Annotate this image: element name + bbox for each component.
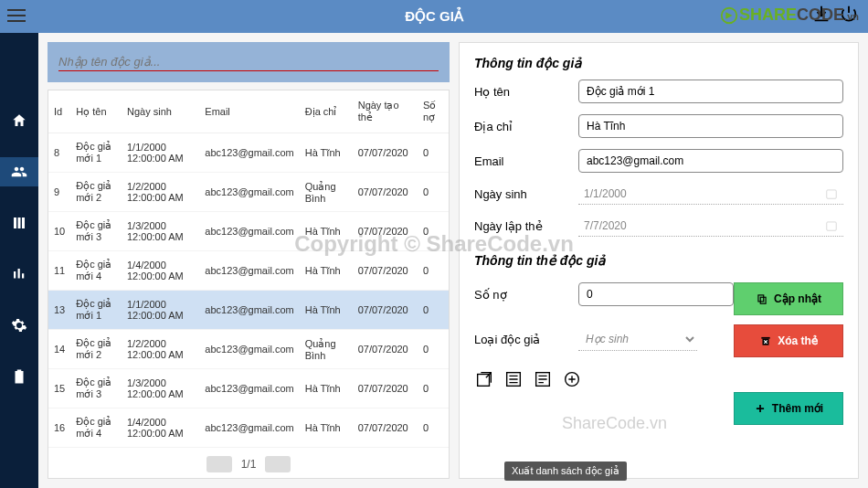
table-row[interactable]: 10Độc giả mới 31/3/2000 12:00:00 AMabc12… <box>48 212 449 251</box>
plus-icon <box>754 402 767 415</box>
svg-rect-2 <box>827 222 837 230</box>
table-row[interactable]: 16Độc giả mới 41/4/2000 12:00:00 AMabc12… <box>48 408 449 448</box>
export-tooltip: Xuất danh sách độc giả <box>504 461 627 481</box>
export-icon-4[interactable] <box>562 369 582 389</box>
export-icon-3[interactable] <box>533 369 553 389</box>
topbar: ĐỘC GIẢ <box>0 0 868 33</box>
svg-rect-1 <box>827 190 837 198</box>
type-select[interactable]: Học sinh <box>578 328 697 351</box>
download-icon[interactable] <box>811 4 831 24</box>
delete-icon <box>759 334 772 347</box>
card-info-title: Thông tin thẻ độc giả <box>474 253 843 268</box>
dob-datepicker[interactable]: 1/1/2000 <box>578 184 843 205</box>
search-input[interactable] <box>58 53 439 71</box>
table-row[interactable]: 13Độc giả mới 11/1/2000 12:00:00 AMabc12… <box>48 291 449 330</box>
svg-rect-7 <box>758 295 764 302</box>
table-row[interactable]: 9Độc giả mới 21/2/2000 12:00:00 AMabc123… <box>48 173 449 212</box>
card-label: Ngày lập thẻ <box>474 219 566 233</box>
right-panel: Thông tin độc giả Họ tên Địa chỉ Email N… <box>459 42 859 479</box>
table-header[interactable]: Id <box>48 90 70 133</box>
card-value: 7/7/2020 <box>584 219 627 232</box>
reader-info-title: Thông tin độc giả <box>474 56 843 70</box>
type-label: Loại độc giả <box>474 333 566 346</box>
table-header[interactable]: Địa chỉ <box>300 90 353 133</box>
readers-table-card: IdHọ tênNgày sinhEmailĐịa chỉNgày tạo th… <box>48 90 450 479</box>
name-label: Họ tên <box>474 85 566 99</box>
copy-icon <box>756 292 768 305</box>
nav-books[interactable] <box>0 208 38 238</box>
add-button[interactable]: Thêm mới <box>734 392 843 425</box>
export-icons <box>474 369 734 389</box>
pager: 1/1 <box>48 451 449 478</box>
debt-input[interactable] <box>578 282 734 306</box>
table-row[interactable]: 8Độc giả mới 11/1/2000 12:00:00 AMabc123… <box>48 133 449 173</box>
page-title: ĐỘC GIẢ <box>405 8 463 25</box>
update-button[interactable]: Cập nhật <box>734 282 843 315</box>
nav-readers[interactable] <box>0 157 38 186</box>
calendar-icon <box>825 219 838 232</box>
table-row[interactable]: 15Độc giả mới 31/3/2000 12:00:00 AMabc12… <box>48 369 449 408</box>
nav-stats[interactable] <box>0 260 38 289</box>
svg-rect-8 <box>760 297 766 303</box>
search-box <box>48 42 450 82</box>
table-header[interactable]: Ngày tạo thẻ <box>353 90 418 133</box>
left-panel: IdHọ tênNgày sinhEmailĐịa chỉNgày tạo th… <box>48 42 450 479</box>
table-row[interactable]: 11Độc giả mới 41/4/2000 12:00:00 AMabc12… <box>48 251 449 291</box>
table-header[interactable]: Họ tên <box>70 90 122 133</box>
nav-clipboard[interactable] <box>0 362 38 391</box>
pager-next-button[interactable] <box>265 456 291 472</box>
export-icon-1[interactable] <box>474 369 494 389</box>
svg-rect-10 <box>761 337 769 339</box>
table-header[interactable]: Số nợ <box>418 90 449 133</box>
readers-table: IdHọ tênNgày sinhEmailĐịa chỉNgày tạo th… <box>48 90 449 451</box>
table-header[interactable]: Email <box>199 90 299 133</box>
pager-text: 1/1 <box>241 458 257 471</box>
debt-label: Số nợ <box>474 288 566 302</box>
update-button-label: Cập nhật <box>774 292 821 305</box>
table-row[interactable]: 14Độc giả mới 21/2/2000 12:00:00 AMabc12… <box>48 330 449 369</box>
calendar-icon <box>825 187 838 200</box>
nav-settings[interactable] <box>0 311 38 340</box>
hamburger-menu-button[interactable] <box>7 5 26 26</box>
card-datepicker[interactable]: 7/7/2020 <box>578 216 843 237</box>
addr-input[interactable] <box>578 114 843 138</box>
email-input[interactable] <box>578 149 843 173</box>
pager-prev-button[interactable] <box>206 456 232 472</box>
name-input[interactable] <box>578 80 843 103</box>
power-icon[interactable] <box>839 4 859 24</box>
table-header[interactable]: Ngày sinh <box>122 90 199 133</box>
dob-value: 1/1/2000 <box>584 187 627 200</box>
email-label: Email <box>474 154 566 168</box>
dob-label: Ngày sinh <box>474 187 566 201</box>
nav-home[interactable] <box>0 106 38 135</box>
add-button-label: Thêm mới <box>772 402 823 415</box>
delete-button[interactable]: Xóa thẻ <box>734 324 843 357</box>
delete-button-label: Xóa thẻ <box>778 334 818 347</box>
sidebar <box>0 33 38 488</box>
addr-label: Địa chỉ <box>474 120 566 133</box>
export-list-icon[interactable] <box>503 369 524 389</box>
